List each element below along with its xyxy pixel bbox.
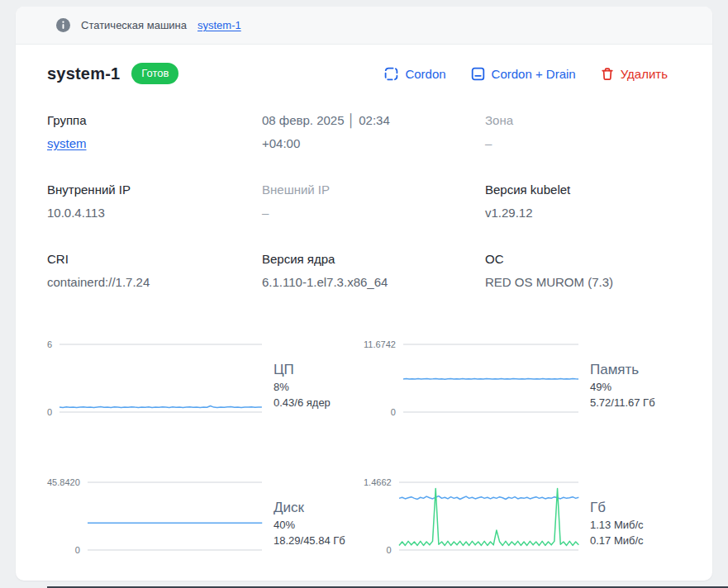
chart-title: Диск — [274, 499, 345, 517]
disk-chart: 45.8420 0 Диск 40% 18.29/45.84 Гб — [47, 477, 364, 556]
chart-plot — [59, 344, 262, 412]
chart-plot — [403, 344, 578, 412]
machine-detail-card: Статическая машина system-1 system-1 Гот… — [16, 7, 712, 581]
chart-value-primary: 40% — [274, 517, 345, 533]
y-axis-max-label: 45.8420 — [47, 477, 80, 488]
field-kubelet-version: Версия kubelet v1.29.12 — [485, 178, 696, 225]
top-info-bar: Статическая машина system-1 — [16, 7, 712, 45]
chart-value-primary: 49% — [590, 379, 655, 395]
memory-chart: 11.6742 0 Память 49% 5.72/11.67 Гб — [364, 339, 696, 418]
field-label: Внешний IP — [262, 178, 485, 202]
chart-plot — [399, 482, 578, 550]
chart-value-secondary: 0.17 Миб/с — [590, 533, 644, 548]
header-row: system-1 Готов Cordon — [47, 63, 696, 84]
field-value: 10.0.4.113 — [47, 202, 262, 225]
cordon-button[interactable]: Cordon — [384, 67, 445, 81]
cordon-drain-label: Cordon + Drain — [492, 67, 576, 81]
field-label: Версия ядра — [262, 248, 485, 271]
field-value: v1.29.12 — [485, 202, 696, 225]
chart-value-primary: 1.13 Миб/с — [590, 517, 644, 533]
field-cri: CRI containerd://1.7.24 — [47, 248, 262, 294]
field-label: Версия kubelet — [485, 178, 696, 202]
chart-value-secondary: 5.72/11.67 Гб — [590, 395, 655, 410]
network-chart: 1.4662 0 Гб 1.13 Миб/с 0.17 Миб/с — [364, 477, 696, 556]
field-os: ОС RED OS MUROM (7.3) — [485, 248, 696, 294]
chart-title: Гб — [590, 499, 644, 517]
info-icon — [56, 18, 70, 32]
chart-value-primary: 8% — [274, 379, 331, 395]
cordon-drain-button[interactable]: Cordon + Drain — [471, 67, 576, 81]
metrics-charts-grid: 6 0 ЦП 8% 0.43/6 ядер 11. — [47, 339, 696, 556]
field-external-ip: Внешний IP – — [262, 178, 485, 225]
y-axis-max-label: 11.6742 — [364, 339, 396, 350]
field-zone: Зона – — [485, 109, 696, 155]
field-kernel-version: Версия ядра 6.1.110-1.el7.3.x86_64 — [262, 248, 485, 294]
field-group: Группа system — [47, 109, 262, 155]
chart-title: Память — [590, 361, 655, 379]
chart-value-secondary: 18.29/45.84 Гб — [274, 533, 345, 548]
field-label: ОС — [485, 248, 696, 271]
field-internal-ip: Внутренний IP 10.0.4.113 — [47, 178, 262, 225]
machine-type-text: Статическая машина — [81, 19, 187, 31]
created-timezone: +04:00 — [262, 132, 485, 155]
field-value: containerd://1.7.24 — [47, 271, 262, 294]
field-label: Зона — [485, 109, 696, 132]
field-value: – — [262, 202, 485, 225]
field-label: Внутренний IP — [47, 178, 262, 202]
delete-label: Удалить — [621, 67, 668, 81]
cpu-chart: 6 0 ЦП 8% 0.43/6 ядер — [47, 339, 364, 418]
field-value: 6.1.110-1.el7.3.x86_64 — [262, 271, 485, 294]
created-date: 08 февр. 2025 │ 02:34 — [262, 109, 485, 132]
y-axis-min-label: 0 — [75, 544, 80, 556]
trash-icon — [601, 67, 614, 81]
status-badge: Готов — [131, 63, 178, 84]
page-title: system-1 — [47, 64, 120, 83]
cordon-drain-icon — [471, 67, 485, 81]
field-label: CRI — [47, 248, 262, 271]
y-axis-max-label: 1.4662 — [364, 477, 392, 488]
actions-toolbar: Cordon Cordon + Drain — [384, 67, 696, 81]
field-value: – — [485, 132, 696, 155]
y-axis-min-label: 0 — [387, 544, 392, 556]
fields-grid: Группа system 08 февр. 2025 │ 02:34 +04:… — [47, 109, 696, 294]
cordon-icon — [384, 67, 398, 81]
delete-button[interactable]: Удалить — [601, 67, 668, 81]
y-axis-max-label: 6 — [47, 339, 52, 350]
chart-plot — [88, 482, 262, 550]
y-axis-min-label: 0 — [391, 406, 396, 418]
chart-title: ЦП — [274, 361, 331, 379]
field-label: Группа — [47, 109, 262, 132]
field-created: 08 февр. 2025 │ 02:34 +04:00 — [262, 109, 485, 155]
machine-name-link[interactable]: system-1 — [197, 19, 241, 31]
chart-value-secondary: 0.43/6 ядер — [274, 395, 331, 410]
y-axis-min-label: 0 — [47, 406, 52, 418]
cordon-label: Cordon — [405, 67, 445, 81]
field-value: RED OS MUROM (7.3) — [485, 271, 696, 294]
group-link[interactable]: system — [47, 136, 87, 150]
